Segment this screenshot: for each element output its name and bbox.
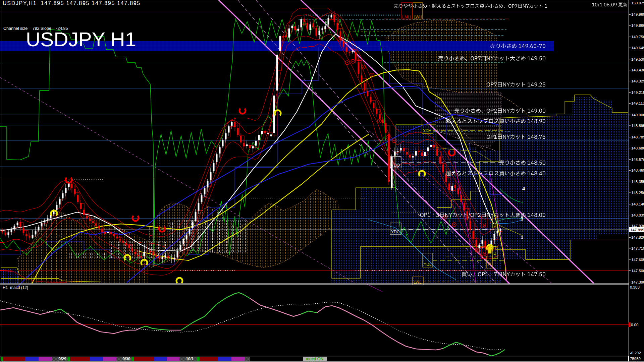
svg-text:148.140: 148.140 xyxy=(631,202,644,206)
svg-text:USDJPY H1: USDJPY H1 xyxy=(26,28,136,51)
svg-text:149.430: 149.430 xyxy=(631,68,644,72)
svg-text:148.570: 148.570 xyxy=(631,158,644,162)
svg-text:1: 1 xyxy=(521,234,523,240)
svg-text:0.383: 0.383 xyxy=(630,285,640,289)
svg-text:YDH: YDH xyxy=(423,128,431,133)
svg-text:M: M xyxy=(482,223,486,228)
svg-text:147.605: 147.605 xyxy=(631,258,644,262)
svg-text:75959: 75959 xyxy=(630,357,641,361)
svg-text:149.110: 149.110 xyxy=(631,101,644,105)
svg-text:YDL: YDL xyxy=(424,262,432,267)
svg-text:148.355: 148.355 xyxy=(631,180,644,184)
svg-text:148.035: 148.035 xyxy=(631,213,644,217)
svg-text:148.680: 148.680 xyxy=(631,146,644,150)
svg-text:147.715: 147.715 xyxy=(631,246,644,250)
svg-text:USDJPY,H1 147.895 147.895 147: USDJPY,H1 147.895 147.895 147.895 147.89… xyxy=(3,0,141,6)
svg-text:M: M xyxy=(482,251,486,256)
svg-text:9/29: 9/29 xyxy=(58,357,66,361)
svg-text:147.820: 147.820 xyxy=(631,235,644,239)
svg-text:147.390: 147.390 xyxy=(631,280,644,284)
svg-text:D: D xyxy=(493,223,496,228)
svg-text:147.500: 147.500 xyxy=(631,269,644,273)
svg-text:150.075: 150.075 xyxy=(631,1,644,5)
svg-text:9/30: 9/30 xyxy=(122,357,130,361)
svg-text:149.535: 149.535 xyxy=(631,57,644,61)
svg-text:149.750: 149.750 xyxy=(631,35,644,39)
svg-text:YDO: YDO xyxy=(391,163,400,168)
svg-text:H1 macd (12): H1 macd (12) xyxy=(3,285,28,290)
svg-text:YDC: YDC xyxy=(391,230,400,234)
svg-text:4: 4 xyxy=(522,186,525,191)
svg-text:149.000: 149.000 xyxy=(631,113,644,117)
svg-text:D: D xyxy=(493,251,496,256)
svg-text:149.860: 149.860 xyxy=(631,23,644,27)
svg-text:0.00: 0.00 xyxy=(631,323,638,327)
svg-text:147.895: 147.895 xyxy=(630,228,644,232)
svg-text:-0.292: -0.292 xyxy=(630,351,641,355)
svg-text:148.785: 148.785 xyxy=(631,135,644,139)
svg-text:LMH: LMH xyxy=(402,15,411,19)
svg-text:macd ON: macd ON xyxy=(306,357,324,361)
svg-text:149.965: 149.965 xyxy=(631,12,644,16)
svg-text:148.895: 148.895 xyxy=(631,124,644,128)
svg-text:10/1: 10/1 xyxy=(186,357,194,361)
svg-text:149.215: 149.215 xyxy=(631,90,644,95)
svg-text:148.465: 148.465 xyxy=(631,168,644,172)
svg-text:148.250: 148.250 xyxy=(631,191,644,195)
svg-text:W: W xyxy=(487,262,491,266)
svg-text:LWH: LWH xyxy=(414,15,422,19)
svg-text:149.645: 149.645 xyxy=(631,46,644,50)
svg-text:149.325: 149.325 xyxy=(631,79,644,83)
